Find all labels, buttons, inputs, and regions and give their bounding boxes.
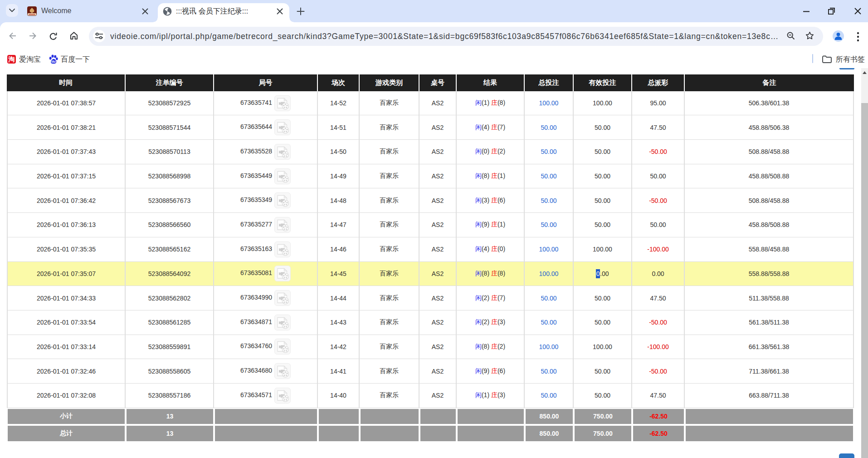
svg-text:du: du bbox=[51, 59, 56, 64]
